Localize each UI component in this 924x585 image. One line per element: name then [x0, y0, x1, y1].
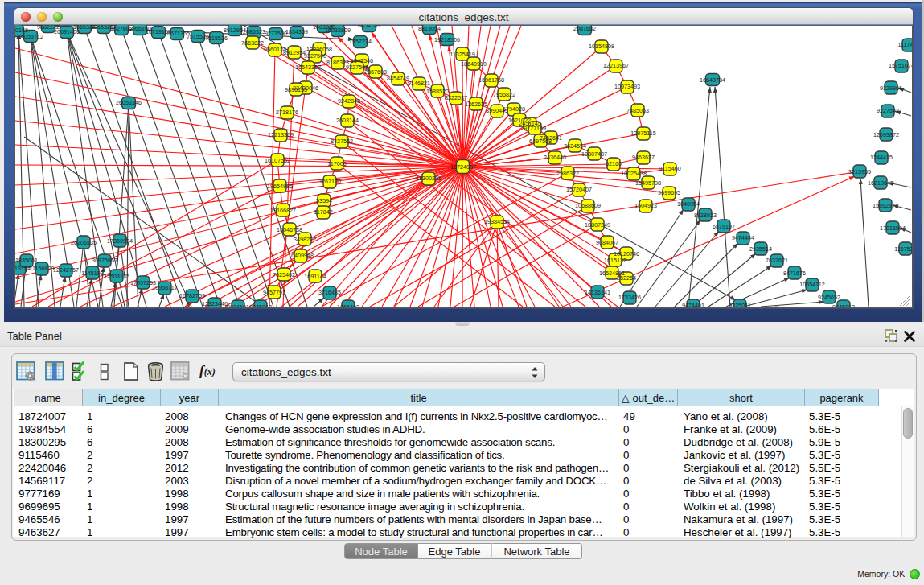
- svg-text:18300295: 18300295: [416, 175, 441, 182]
- svg-text:10807487: 10807487: [581, 150, 607, 158]
- svg-text:10154808: 10154808: [589, 43, 614, 50]
- svg-text:1504923: 1504923: [634, 202, 657, 209]
- svg-text:26053346: 26053346: [116, 99, 142, 106]
- svg-text:2718176: 2718176: [276, 109, 298, 116]
- svg-text:16046738: 16046738: [277, 226, 302, 233]
- svg-text:10025438: 10025438: [621, 170, 647, 177]
- svg-text:9474444: 9474444: [732, 234, 754, 241]
- svg-text:2086323: 2086323: [243, 28, 265, 35]
- svg-text:8471676: 8471676: [783, 270, 806, 277]
- svg-text:9329966: 9329966: [880, 84, 902, 92]
- svg-text:16033809: 16033809: [325, 27, 351, 34]
- svg-text:6497568: 6497568: [529, 138, 552, 145]
- svg-text:9474401: 9474401: [682, 302, 704, 307]
- svg-text:9699695: 9699695: [658, 189, 680, 196]
- svg-text:12242757: 12242757: [53, 266, 79, 274]
- svg-text:19384554: 19384554: [484, 218, 510, 225]
- svg-text:15751074: 15751074: [889, 62, 912, 69]
- svg-text:1615132: 1615132: [604, 257, 626, 264]
- svg-text:9457791: 9457791: [263, 289, 285, 296]
- svg-text:16107552: 16107552: [265, 157, 290, 164]
- svg-text:3215955: 3215955: [848, 168, 871, 175]
- svg-text:9463627: 9463627: [632, 154, 655, 161]
- svg-text:15495798: 15495798: [635, 179, 661, 187]
- svg-text:7955822: 7955822: [493, 91, 515, 98]
- svg-text:1640954: 1640954: [677, 200, 700, 208]
- svg-text:19218506: 19218506: [434, 36, 460, 43]
- svg-text:7957224: 7957224: [349, 38, 372, 45]
- svg-text:9146821: 9146821: [408, 80, 430, 87]
- svg-text:12503135: 12503135: [104, 273, 129, 280]
- svg-text:7625402: 7625402: [273, 271, 295, 278]
- svg-text:10654112: 10654112: [799, 281, 824, 288]
- svg-text:16782759: 16782759: [179, 292, 205, 299]
- svg-text:18640910: 18640910: [461, 60, 487, 68]
- svg-text:9115460: 9115460: [659, 165, 680, 172]
- svg-text:1362635: 1362635: [465, 101, 487, 108]
- svg-text:3267130: 3267130: [318, 178, 341, 185]
- svg-text:1834309: 1834309: [285, 28, 308, 35]
- svg-text:9273500: 9273500: [265, 30, 287, 37]
- svg-text:9245012: 9245012: [249, 303, 272, 307]
- svg-text:53594: 53594: [316, 197, 332, 204]
- svg-text:26206535: 26206535: [71, 239, 97, 246]
- svg-text:8938923: 8938923: [694, 212, 717, 219]
- svg-text:1117442: 1117442: [898, 41, 912, 48]
- svg-text:12975115: 12975115: [630, 130, 655, 137]
- svg-text:16648784: 16648784: [700, 76, 725, 84]
- svg-text:8813054: 8813054: [418, 25, 441, 32]
- svg-text:9245652: 9245652: [818, 294, 840, 301]
- svg-text:8454749: 8454749: [358, 25, 380, 29]
- svg-text:62160: 62160: [606, 160, 622, 167]
- svg-text:12213967: 12213967: [603, 62, 629, 69]
- svg-text:9896135: 9896135: [285, 86, 307, 93]
- svg-text:12323446: 12323446: [202, 300, 228, 307]
- svg-text:2986322: 2986322: [556, 170, 579, 177]
- svg-text:2867608: 2867608: [364, 68, 387, 76]
- svg-text:1145193: 1145193: [81, 270, 103, 277]
- svg-text:6879197: 6879197: [713, 223, 735, 230]
- svg-text:11325419: 11325419: [450, 51, 474, 58]
- svg-text:1835061: 1835061: [15, 257, 38, 264]
- svg-text:6794028: 6794028: [503, 105, 525, 113]
- svg-text:9084067: 9084067: [596, 239, 618, 246]
- svg-text:3624554: 3624554: [564, 142, 586, 150]
- svg-text:1691144: 1691144: [304, 273, 326, 280]
- svg-text:10688609: 10688609: [575, 202, 601, 209]
- svg-text:2935514: 2935514: [749, 245, 772, 253]
- svg-text:12093872: 12093872: [873, 131, 899, 138]
- svg-text:10958117: 10958117: [152, 284, 177, 291]
- svg-text:19166827: 19166827: [270, 207, 296, 214]
- svg-text:8322037: 8322037: [445, 94, 467, 101]
- svg-text:1065402: 1065402: [337, 303, 359, 307]
- svg-text:11156829: 11156829: [30, 265, 55, 272]
- svg-text:15692971: 15692971: [873, 202, 898, 209]
- svg-text:19654985: 19654985: [267, 183, 293, 190]
- svg-text:15720407: 15720407: [566, 186, 592, 193]
- svg-text:18724007: 18724007: [450, 163, 476, 171]
- svg-text:9227542: 9227542: [877, 107, 899, 114]
- svg-text:2087682: 2087682: [573, 25, 596, 32]
- svg-text:12213369: 12213369: [268, 131, 294, 138]
- svg-text:2436440: 2436440: [544, 154, 566, 161]
- svg-text:14055712: 14055712: [18, 33, 43, 40]
- svg-text:1167534: 1167534: [894, 245, 912, 253]
- svg-text:3913154: 3913154: [15, 265, 31, 272]
- svg-text:7485063: 7485063: [626, 107, 649, 114]
- svg-text:1244415: 1244415: [870, 154, 893, 161]
- svg-text:18807249: 18807249: [585, 221, 610, 229]
- svg-text:3716485: 3716485: [318, 289, 341, 296]
- svg-text:17016504: 17016504: [880, 225, 906, 232]
- svg-text:117842: 117842: [314, 208, 332, 216]
- svg-text:8912954: 8912954: [283, 49, 306, 56]
- svg-text:252254: 252254: [617, 274, 636, 282]
- svg-text:9325011: 9325011: [729, 302, 750, 307]
- svg-text:7515526: 7515526: [205, 35, 228, 42]
- svg-text:7663822: 7663822: [241, 39, 264, 47]
- svg-text:9924501: 9924501: [227, 303, 249, 307]
- svg-text:117006: 117006: [327, 160, 346, 167]
- svg-text:9327500: 9327500: [304, 52, 326, 60]
- svg-text:16543362: 16543362: [295, 64, 321, 71]
- svg-text:16961758: 16961758: [478, 76, 504, 84]
- svg-text:30975867: 30975867: [92, 257, 117, 264]
